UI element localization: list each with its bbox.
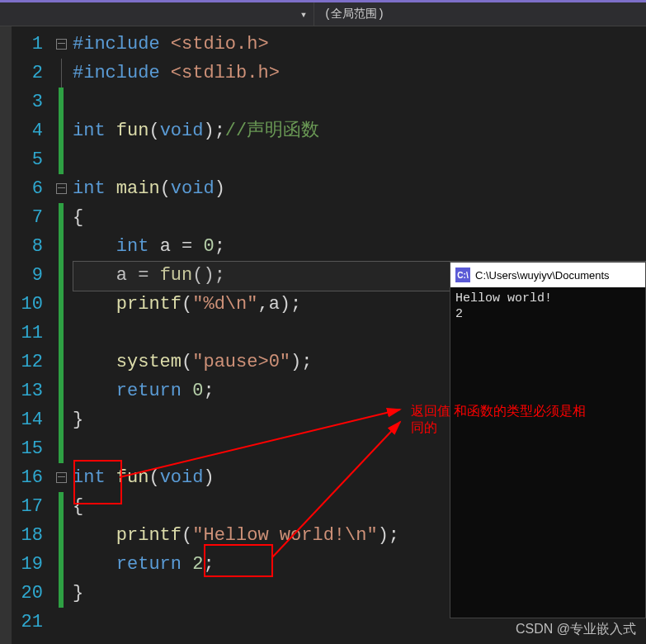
console-title-text: C:\Users\wuyiyv\Documents	[475, 269, 610, 282]
line-number: 5	[12, 145, 50, 174]
watermark: CSDN @专业嵌入式	[516, 621, 636, 638]
console-line: 2	[455, 306, 640, 322]
console-line: Hellow world!	[455, 291, 640, 306]
console-output: Hellow world! 2	[450, 287, 645, 325]
line-number: 20	[12, 579, 50, 608]
fold-minus-icon[interactable]	[56, 472, 67, 483]
code-line[interactable]: {	[73, 203, 646, 232]
line-number: 16	[12, 463, 50, 492]
line-number: 2	[12, 59, 50, 88]
scope-bar[interactable]: ▾ (全局范围)	[0, 2, 646, 26]
line-number: 10	[12, 290, 50, 319]
change-bar	[59, 232, 64, 261]
scope-dropdown-left[interactable]: ▾	[0, 2, 314, 26]
line-number: 11	[12, 319, 50, 348]
line-number: 15	[12, 434, 50, 463]
outline-fold-column[interactable]	[50, 26, 73, 644]
line-number: 19	[12, 550, 50, 579]
fold-minus-icon[interactable]	[56, 39, 67, 50]
change-bar	[59, 434, 64, 463]
line-number: 6	[12, 174, 50, 203]
line-number: 4	[12, 116, 50, 145]
line-number: 13	[12, 376, 50, 405]
line-number: 12	[12, 348, 50, 376]
change-bar	[59, 116, 64, 145]
line-number-gutter: 1 2 3 4 5 6 7 8 9 10 11 12 13 14 15 16 1…	[12, 26, 50, 644]
code-line[interactable]: int a = 0;	[73, 232, 646, 261]
console-window[interactable]: C:\ C:\Users\wuyiyv\Documents Hellow wor…	[450, 262, 646, 618]
code-line[interactable]: int main(void)	[73, 174, 646, 203]
change-bar	[59, 203, 64, 232]
change-bar	[59, 348, 64, 376]
line-number: 17	[12, 492, 50, 521]
ide-window: ▾ (全局范围) 1 2 3 4 5 6 7 8 9 10 11 12 13 1…	[0, 0, 646, 644]
code-line[interactable]: int fun(void);//声明函数	[73, 116, 646, 145]
code-line[interactable]: #include <stdlib.h>	[73, 59, 646, 88]
line-number: 1	[12, 30, 50, 59]
fold-guide	[61, 59, 62, 88]
line-number: 3	[12, 88, 50, 116]
console-icon: C:\	[455, 268, 470, 282]
change-bar	[59, 579, 64, 608]
code-line[interactable]: #include <stdio.h>	[73, 30, 646, 59]
line-number: 18	[12, 521, 50, 550]
code-line[interactable]	[73, 145, 646, 174]
change-bar	[59, 376, 64, 405]
change-bar	[59, 145, 64, 174]
line-number: 21	[12, 608, 50, 637]
change-bar	[59, 405, 64, 434]
change-bar	[59, 550, 64, 579]
change-bar	[59, 88, 64, 116]
chevron-down-icon: ▾	[299, 7, 309, 21]
indicator-margin	[0, 26, 12, 644]
line-number: 14	[12, 405, 50, 434]
change-bar	[59, 290, 64, 319]
line-number: 7	[12, 203, 50, 232]
line-number: 8	[12, 232, 50, 261]
change-bar	[59, 492, 64, 521]
scope-label: (全局范围)	[314, 7, 384, 21]
change-bar	[59, 319, 64, 348]
change-bar	[59, 521, 64, 550]
line-number: 9	[12, 261, 50, 290]
fold-minus-icon[interactable]	[56, 183, 67, 194]
annotation-text: 返回值 和函数的类型必须是相 同的	[411, 403, 586, 436]
code-line[interactable]	[73, 88, 646, 116]
change-bar	[59, 261, 64, 290]
console-titlebar[interactable]: C:\ C:\Users\wuyiyv\Documents	[450, 263, 645, 287]
